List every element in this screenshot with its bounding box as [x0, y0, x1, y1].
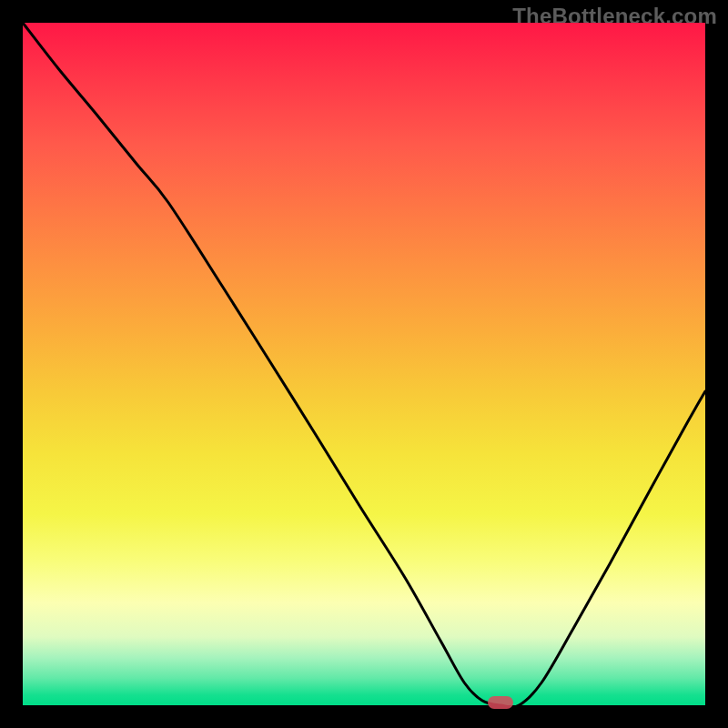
chart-frame: TheBottleneck.com [0, 0, 728, 728]
bottleneck-chart [23, 23, 705, 705]
plot-area [23, 23, 705, 705]
bottleneck-curve-line [23, 23, 705, 707]
optimal-point-marker [488, 696, 513, 709]
